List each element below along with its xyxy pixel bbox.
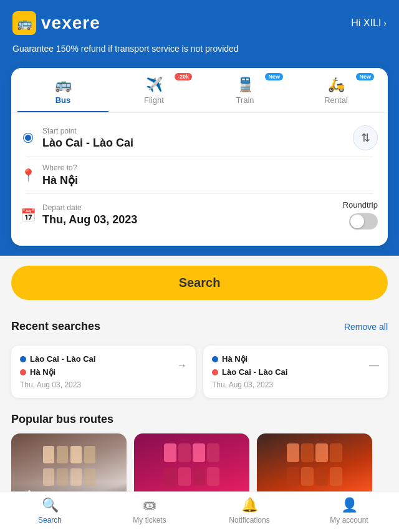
recent-cards: Lào Cai - Lào Cai Hà Nội → Thu, Aug 03, … bbox=[0, 346, 399, 408]
search-button-wrap: Search bbox=[0, 256, 399, 310]
destination-row[interactable]: 📍 Where to? Hà Nội bbox=[21, 157, 378, 193]
roundtrip-label: Roundtrip bbox=[343, 200, 378, 210]
recent-date-1: Thu, Aug 03, 2023 bbox=[20, 380, 187, 389]
logo-text: vexere bbox=[41, 13, 100, 33]
recent-route-1: Lào Cai - Lào Cai Hà Nội → bbox=[20, 354, 187, 377]
recent-date-2: Thu, Aug 03, 2023 bbox=[212, 380, 379, 389]
rental-icon: 🛵 bbox=[328, 77, 345, 93]
notifications-nav-icon: 🔔 bbox=[241, 497, 258, 513]
search-button[interactable]: Search bbox=[11, 266, 388, 300]
destination-content: Where to? Hà Nội bbox=[42, 163, 378, 187]
logo-area: 🚌 vexere bbox=[12, 11, 100, 35]
recent-searches-section: Recent searches Remove all bbox=[0, 310, 399, 346]
route-arrow-icon-1: → bbox=[177, 360, 187, 371]
date-value: Thu, Aug 03, 2023 bbox=[42, 213, 137, 226]
nav-tickets[interactable]: 🎟 My tickets bbox=[100, 497, 200, 525]
recent-from-2: Hà Nội bbox=[212, 354, 287, 364]
route-arrow-icon-2: — bbox=[369, 360, 379, 371]
calendar-icon: 📅 bbox=[21, 208, 35, 223]
bottom-nav: 🔍 Search 🎟 My tickets 🔔 Notifications 👤 … bbox=[0, 491, 399, 532]
tab-train[interactable]: New 🚆 Train bbox=[200, 68, 291, 112]
roundtrip-toggle[interactable] bbox=[349, 213, 378, 230]
destination-icon: 📍 bbox=[21, 168, 35, 183]
tab-rental[interactable]: New 🛵 Rental bbox=[291, 68, 382, 112]
tab-flight[interactable]: -20k ✈️ Flight bbox=[108, 68, 200, 112]
recent-to-2: Lào Cai - Lào Cai bbox=[212, 367, 287, 377]
popular-routes-title: Popular bus routes bbox=[11, 413, 113, 426]
destination-value: Hà Nội bbox=[42, 173, 378, 187]
search-nav-icon: 🔍 bbox=[42, 497, 59, 513]
flight-badge: -20k bbox=[175, 73, 192, 80]
recent-searches-title: Recent searches bbox=[11, 320, 100, 333]
rental-badge: New bbox=[356, 73, 374, 80]
recent-route-2: Hà Nội Lào Cai - Lào Cai — bbox=[212, 354, 379, 377]
swap-button[interactable]: ⇅ bbox=[353, 125, 378, 150]
user-greeting[interactable]: Hi XILI › bbox=[351, 17, 387, 29]
logo-icon: 🚌 bbox=[12, 11, 36, 35]
date-row: 📅 Depart date Thu, Aug 03, 2023 Roundtri… bbox=[21, 194, 378, 236]
chevron-right-icon: › bbox=[383, 18, 387, 28]
date-content: Depart date Thu, Aug 03, 2023 bbox=[42, 203, 137, 226]
tickets-nav-icon: 🎟 bbox=[143, 497, 156, 513]
recent-to-1: Hà Nội bbox=[20, 367, 95, 377]
tab-bus[interactable]: 🚌 Bus bbox=[17, 68, 108, 112]
train-icon: 🚆 bbox=[237, 77, 254, 93]
recent-from-1: Lào Cai - Lào Cai bbox=[20, 354, 95, 364]
nav-search[interactable]: 🔍 Search bbox=[0, 497, 100, 525]
start-point-label: Start point bbox=[42, 127, 345, 135]
date-label: Depart date bbox=[42, 203, 137, 212]
roundtrip-area: Roundtrip bbox=[343, 200, 378, 230]
recent-card-1[interactable]: Lào Cai - Lào Cai Hà Nội → Thu, Aug 03, … bbox=[11, 346, 196, 398]
recent-card-2[interactable]: Hà Nội Lào Cai - Lào Cai — Thu, Aug 03, … bbox=[203, 346, 388, 398]
date-left[interactable]: 📅 Depart date Thu, Aug 03, 2023 bbox=[21, 203, 137, 226]
tab-card: 🚌 Bus -20k ✈️ Flight New 🚆 Train New 🛵 R… bbox=[11, 68, 388, 246]
start-point-icon bbox=[21, 133, 35, 142]
popular-routes-header: Popular bus routes bbox=[11, 413, 388, 426]
destination-label: Where to? bbox=[42, 163, 378, 172]
flight-icon: ✈️ bbox=[146, 77, 163, 93]
bus-icon: 🚌 bbox=[55, 77, 72, 93]
recent-searches-header: Recent searches Remove all bbox=[11, 320, 388, 333]
start-point-content: Start point Lào Cai - Lào Cai bbox=[42, 127, 345, 150]
nav-account[interactable]: 👤 My account bbox=[299, 497, 399, 525]
start-point-row[interactable]: Start point Lào Cai - Lào Cai ⇅ bbox=[21, 119, 378, 157]
guarantee-text: Guarantee 150% refund if transport servi… bbox=[12, 42, 262, 56]
form-section: Start point Lào Cai - Lào Cai ⇅ 📍 Where … bbox=[11, 113, 388, 246]
train-badge: New bbox=[265, 73, 283, 80]
transport-tabs: 🚌 Bus -20k ✈️ Flight New 🚆 Train New 🛵 R… bbox=[11, 68, 388, 113]
remove-all-button[interactable]: Remove all bbox=[344, 322, 388, 332]
nav-notifications[interactable]: 🔔 Notifications bbox=[200, 497, 299, 525]
start-point-value: Lào Cai - Lào Cai bbox=[42, 137, 345, 150]
account-nav-icon: 👤 bbox=[341, 497, 358, 513]
toggle-knob bbox=[350, 215, 364, 228]
